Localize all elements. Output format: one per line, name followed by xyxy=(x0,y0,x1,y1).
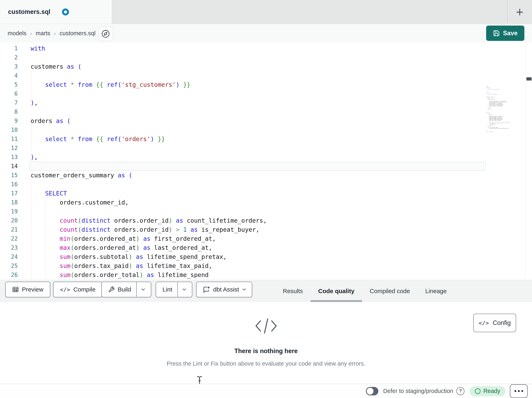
results-tab-strip: ResultsCode qualityCompiled codeLineage xyxy=(275,280,454,302)
line-number: 20 xyxy=(0,216,18,225)
line-number-gutter: 1234567891011121314151617181920212223242… xyxy=(0,44,18,280)
preview-button[interactable]: Preview xyxy=(5,282,50,297)
tab-customers-sql[interactable]: customers.sql xyxy=(0,0,112,24)
empty-state: There is nothing here Press the Lint or … xyxy=(0,302,532,384)
line-number: 4 xyxy=(0,71,18,80)
line-number: 23 xyxy=(0,243,18,252)
line-number: 26 xyxy=(0,270,18,280)
dbt-cloud-ide: customers.sql + models › marts › custome… xyxy=(0,0,532,398)
line-number: 21 xyxy=(0,225,18,234)
code-line[interactable]: select * from {{ ref('orders') }} xyxy=(31,135,486,144)
line-number: 5 xyxy=(0,80,18,89)
lint-label: Lint xyxy=(163,286,172,293)
code-line[interactable]: select * from joined xyxy=(486,131,525,132)
line-number: 8 xyxy=(0,107,18,116)
code-line[interactable]: customers as ( xyxy=(31,62,486,71)
code-line[interactable] xyxy=(31,207,486,216)
line-number: 9 xyxy=(0,116,18,125)
assist-chat-icon xyxy=(203,286,210,293)
dbt-assist-dropdown-toggle[interactable] xyxy=(241,282,251,297)
lint-dropdown-toggle[interactable] xyxy=(177,282,191,297)
code-line[interactable]: orders.customer_id, xyxy=(31,198,486,207)
code-line[interactable] xyxy=(30,162,486,171)
indent-guide xyxy=(46,216,46,225)
indent-guide xyxy=(46,243,46,252)
breadcrumb-marts[interactable]: marts xyxy=(36,30,51,37)
line-number: 19 xyxy=(0,207,18,216)
plus-icon: + xyxy=(516,6,523,19)
code-line[interactable] xyxy=(31,125,486,135)
save-icon xyxy=(493,30,500,37)
defer-label: Defer to staging/production xyxy=(383,388,453,394)
file-header: models › marts › customers.sql xyxy=(0,24,532,43)
tab-lineage[interactable]: Lineage xyxy=(418,280,454,302)
ready-label: Ready xyxy=(483,388,500,394)
scrollbar-thumb[interactable] xyxy=(526,77,532,80)
code-line[interactable]: customer_orders_summary as ( xyxy=(31,171,486,180)
code-line[interactable]: orders as ( xyxy=(31,116,486,125)
indent-guide xyxy=(46,198,46,207)
code-line[interactable]: sum(orders.subtotal) as lifetime_spend_p… xyxy=(31,252,486,261)
line-number: 17 xyxy=(0,189,18,198)
code-line[interactable]: count(distinct orders.order_id) as count… xyxy=(31,216,486,225)
code-line[interactable]: ), xyxy=(31,153,486,162)
save-button[interactable]: Save xyxy=(486,26,524,41)
tab-results[interactable]: Results xyxy=(275,280,310,302)
build-label: Build xyxy=(118,286,131,293)
preview-label: Preview xyxy=(22,286,44,293)
tab-code-quality[interactable]: Code quality xyxy=(310,280,362,302)
code-editor[interactable]: 1234567891011121314151617181920212223242… xyxy=(0,43,532,280)
code-line[interactable]: sum(orders.tax_paid) as lifetime_tax_pai… xyxy=(31,261,486,270)
chevron-down-icon xyxy=(140,287,146,292)
code-content[interactable]: withcustomers as ( select * from {{ ref(… xyxy=(31,44,486,280)
line-number: 15 xyxy=(0,171,18,180)
editor-tab-bar: customers.sql + xyxy=(0,0,532,24)
unsaved-changes-dot-icon xyxy=(62,8,69,15)
toggle-knob xyxy=(367,388,374,395)
code-line[interactable]: sum(orders.order_total) as lifetime_spen… xyxy=(31,270,486,280)
breadcrumb-file[interactable]: customers.sql xyxy=(60,30,95,37)
minimap[interactable]: withcustomers as ( select * from {{ ref(… xyxy=(486,86,525,280)
line-number: 25 xyxy=(0,261,18,270)
code-line[interactable] xyxy=(31,53,486,62)
indent-guide xyxy=(46,225,46,234)
tab-title: customers.sql xyxy=(8,8,50,15)
chevron-down-icon xyxy=(241,287,247,292)
chevron-down-icon xyxy=(181,287,187,292)
dbt-assist-button[interactable]: dbt Assist xyxy=(196,282,252,297)
dbt-assist-label: dbt Assist xyxy=(213,286,239,293)
build-dropdown-toggle[interactable] xyxy=(136,282,150,297)
status-ring-icon xyxy=(475,388,481,394)
code-line[interactable]: select * from {{ ref('stg_customers') }} xyxy=(31,80,486,89)
code-line[interactable] xyxy=(31,107,486,116)
code-line[interactable]: ), xyxy=(31,98,486,107)
view-lineage-button[interactable] xyxy=(98,26,113,41)
status-bar: Defer to staging/production ? Ready xyxy=(0,384,532,398)
build-button[interactable]: Build xyxy=(101,282,151,297)
new-tab-button[interactable]: + xyxy=(511,4,528,20)
lint-button[interactable]: Lint xyxy=(156,282,192,297)
line-number: 18 xyxy=(0,198,18,207)
defer-toggle[interactable] xyxy=(366,387,378,395)
code-line[interactable] xyxy=(31,180,486,189)
more-options-button[interactable] xyxy=(510,384,528,398)
breadcrumb-models[interactable]: models xyxy=(8,30,26,37)
line-number: 2 xyxy=(0,53,18,62)
code-line[interactable]: max(orders.ordered_at) as last_ordered_a… xyxy=(31,243,486,252)
code-line[interactable]: min(orders.ordered_at) as first_ordered_… xyxy=(31,234,486,243)
code-line[interactable] xyxy=(31,71,486,80)
compile-button[interactable]: </> Compile xyxy=(53,282,102,297)
code-line[interactable] xyxy=(31,89,486,98)
code-line[interactable] xyxy=(31,144,486,153)
line-number: 3 xyxy=(0,62,18,71)
code-line[interactable]: count(distinct orders.order_id) > 1 as i… xyxy=(31,225,486,234)
line-number: 11 xyxy=(0,135,18,144)
ready-status-badge[interactable]: Ready xyxy=(470,386,506,396)
tab-compiled-code[interactable]: Compiled code xyxy=(362,280,418,302)
help-icon[interactable]: ? xyxy=(456,387,464,395)
code-line[interactable]: with xyxy=(31,44,486,53)
tabbar-divider xyxy=(507,0,507,24)
empty-state-title: There is nothing here xyxy=(234,347,298,355)
indent-guide xyxy=(46,207,46,216)
code-line[interactable]: SELECT xyxy=(31,189,486,198)
